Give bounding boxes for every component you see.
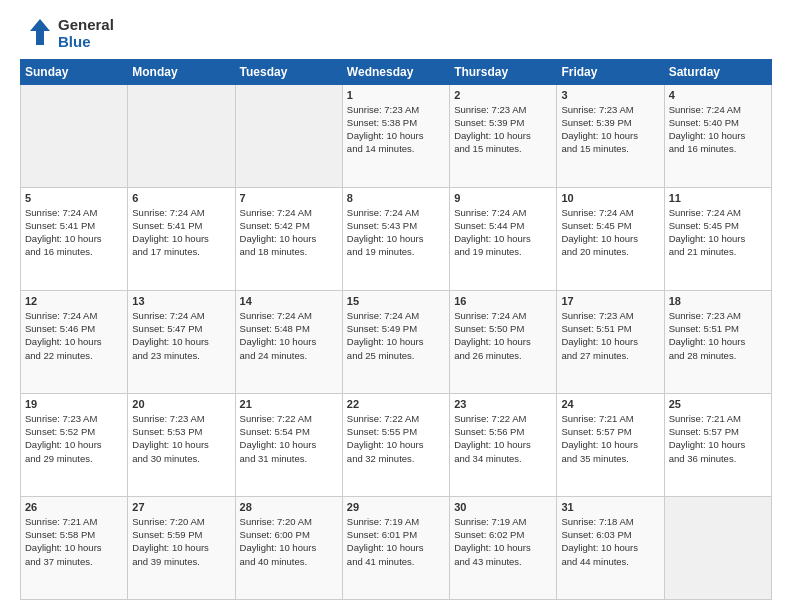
day-number: 18 (669, 295, 767, 307)
calendar-cell: 3Sunrise: 7:23 AMSunset: 5:39 PMDaylight… (557, 84, 664, 187)
day-info: Sunrise: 7:22 AMSunset: 5:55 PMDaylight:… (347, 412, 445, 465)
weekday-header: Sunday (21, 59, 128, 84)
day-number: 19 (25, 398, 123, 410)
calendar-cell: 10Sunrise: 7:24 AMSunset: 5:45 PMDayligh… (557, 187, 664, 290)
weekday-header: Thursday (450, 59, 557, 84)
calendar-cell: 22Sunrise: 7:22 AMSunset: 5:55 PMDayligh… (342, 393, 449, 496)
day-info: Sunrise: 7:24 AMSunset: 5:46 PMDaylight:… (25, 309, 123, 362)
day-info: Sunrise: 7:23 AMSunset: 5:51 PMDaylight:… (561, 309, 659, 362)
day-number: 23 (454, 398, 552, 410)
calendar-cell (664, 496, 771, 599)
calendar-cell: 25Sunrise: 7:21 AMSunset: 5:57 PMDayligh… (664, 393, 771, 496)
calendar-cell: 26Sunrise: 7:21 AMSunset: 5:58 PMDayligh… (21, 496, 128, 599)
day-info: Sunrise: 7:20 AMSunset: 6:00 PMDaylight:… (240, 515, 338, 568)
calendar-cell: 11Sunrise: 7:24 AMSunset: 5:45 PMDayligh… (664, 187, 771, 290)
calendar-cell: 21Sunrise: 7:22 AMSunset: 5:54 PMDayligh… (235, 393, 342, 496)
day-info: Sunrise: 7:24 AMSunset: 5:49 PMDaylight:… (347, 309, 445, 362)
day-info: Sunrise: 7:24 AMSunset: 5:50 PMDaylight:… (454, 309, 552, 362)
day-info: Sunrise: 7:24 AMSunset: 5:41 PMDaylight:… (25, 206, 123, 259)
calendar-cell: 19Sunrise: 7:23 AMSunset: 5:52 PMDayligh… (21, 393, 128, 496)
calendar-cell: 4Sunrise: 7:24 AMSunset: 5:40 PMDaylight… (664, 84, 771, 187)
day-info: Sunrise: 7:24 AMSunset: 5:42 PMDaylight:… (240, 206, 338, 259)
calendar-cell: 28Sunrise: 7:20 AMSunset: 6:00 PMDayligh… (235, 496, 342, 599)
day-number: 8 (347, 192, 445, 204)
day-info: Sunrise: 7:24 AMSunset: 5:47 PMDaylight:… (132, 309, 230, 362)
day-number: 21 (240, 398, 338, 410)
calendar-cell: 30Sunrise: 7:19 AMSunset: 6:02 PMDayligh… (450, 496, 557, 599)
calendar-cell: 12Sunrise: 7:24 AMSunset: 5:46 PMDayligh… (21, 290, 128, 393)
calendar-cell: 29Sunrise: 7:19 AMSunset: 6:01 PMDayligh… (342, 496, 449, 599)
day-number: 7 (240, 192, 338, 204)
day-info: Sunrise: 7:24 AMSunset: 5:40 PMDaylight:… (669, 103, 767, 156)
calendar-cell (235, 84, 342, 187)
day-number: 31 (561, 501, 659, 513)
day-number: 22 (347, 398, 445, 410)
day-number: 16 (454, 295, 552, 307)
calendar-cell: 9Sunrise: 7:24 AMSunset: 5:44 PMDaylight… (450, 187, 557, 290)
day-number: 27 (132, 501, 230, 513)
day-info: Sunrise: 7:20 AMSunset: 5:59 PMDaylight:… (132, 515, 230, 568)
day-info: Sunrise: 7:21 AMSunset: 5:57 PMDaylight:… (669, 412, 767, 465)
day-info: Sunrise: 7:19 AMSunset: 6:02 PMDaylight:… (454, 515, 552, 568)
day-info: Sunrise: 7:21 AMSunset: 5:58 PMDaylight:… (25, 515, 123, 568)
logo-line1: General (58, 16, 114, 33)
day-number: 1 (347, 89, 445, 101)
calendar-cell (128, 84, 235, 187)
day-number: 5 (25, 192, 123, 204)
day-info: Sunrise: 7:24 AMSunset: 5:44 PMDaylight:… (454, 206, 552, 259)
calendar-cell: 20Sunrise: 7:23 AMSunset: 5:53 PMDayligh… (128, 393, 235, 496)
calendar-cell: 16Sunrise: 7:24 AMSunset: 5:50 PMDayligh… (450, 290, 557, 393)
day-info: Sunrise: 7:18 AMSunset: 6:03 PMDaylight:… (561, 515, 659, 568)
day-number: 13 (132, 295, 230, 307)
day-number: 14 (240, 295, 338, 307)
day-number: 2 (454, 89, 552, 101)
day-info: Sunrise: 7:21 AMSunset: 5:57 PMDaylight:… (561, 412, 659, 465)
calendar-cell: 1Sunrise: 7:23 AMSunset: 5:38 PMDaylight… (342, 84, 449, 187)
calendar-cell: 23Sunrise: 7:22 AMSunset: 5:56 PMDayligh… (450, 393, 557, 496)
weekday-header: Friday (557, 59, 664, 84)
day-info: Sunrise: 7:24 AMSunset: 5:45 PMDaylight:… (669, 206, 767, 259)
calendar-cell: 27Sunrise: 7:20 AMSunset: 5:59 PMDayligh… (128, 496, 235, 599)
day-number: 29 (347, 501, 445, 513)
svg-marker-1 (30, 19, 50, 45)
day-info: Sunrise: 7:24 AMSunset: 5:45 PMDaylight:… (561, 206, 659, 259)
calendar-cell: 24Sunrise: 7:21 AMSunset: 5:57 PMDayligh… (557, 393, 664, 496)
calendar-cell: 13Sunrise: 7:24 AMSunset: 5:47 PMDayligh… (128, 290, 235, 393)
weekday-header: Wednesday (342, 59, 449, 84)
day-number: 9 (454, 192, 552, 204)
day-number: 20 (132, 398, 230, 410)
day-number: 6 (132, 192, 230, 204)
day-number: 10 (561, 192, 659, 204)
day-info: Sunrise: 7:24 AMSunset: 5:41 PMDaylight:… (132, 206, 230, 259)
day-number: 4 (669, 89, 767, 101)
day-number: 11 (669, 192, 767, 204)
calendar-table: SundayMondayTuesdayWednesdayThursdayFrid… (20, 59, 772, 601)
day-number: 17 (561, 295, 659, 307)
day-number: 28 (240, 501, 338, 513)
logo-line2: Blue (58, 33, 114, 50)
calendar-cell: 8Sunrise: 7:24 AMSunset: 5:43 PMDaylight… (342, 187, 449, 290)
day-info: Sunrise: 7:24 AMSunset: 5:48 PMDaylight:… (240, 309, 338, 362)
day-number: 3 (561, 89, 659, 101)
day-info: Sunrise: 7:23 AMSunset: 5:39 PMDaylight:… (561, 103, 659, 156)
day-info: Sunrise: 7:23 AMSunset: 5:51 PMDaylight:… (669, 309, 767, 362)
calendar-cell (21, 84, 128, 187)
logo: General Blue (20, 16, 114, 51)
day-info: Sunrise: 7:24 AMSunset: 5:43 PMDaylight:… (347, 206, 445, 259)
calendar-cell: 2Sunrise: 7:23 AMSunset: 5:39 PMDaylight… (450, 84, 557, 187)
day-number: 25 (669, 398, 767, 410)
day-info: Sunrise: 7:23 AMSunset: 5:52 PMDaylight:… (25, 412, 123, 465)
weekday-header: Saturday (664, 59, 771, 84)
logo-icon (20, 17, 52, 49)
day-info: Sunrise: 7:23 AMSunset: 5:39 PMDaylight:… (454, 103, 552, 156)
calendar-cell: 14Sunrise: 7:24 AMSunset: 5:48 PMDayligh… (235, 290, 342, 393)
weekday-header: Monday (128, 59, 235, 84)
day-number: 24 (561, 398, 659, 410)
calendar-cell: 15Sunrise: 7:24 AMSunset: 5:49 PMDayligh… (342, 290, 449, 393)
day-info: Sunrise: 7:23 AMSunset: 5:53 PMDaylight:… (132, 412, 230, 465)
day-number: 30 (454, 501, 552, 513)
day-info: Sunrise: 7:22 AMSunset: 5:56 PMDaylight:… (454, 412, 552, 465)
calendar-cell: 18Sunrise: 7:23 AMSunset: 5:51 PMDayligh… (664, 290, 771, 393)
day-number: 26 (25, 501, 123, 513)
page: General Blue SundayMondayTuesdayWednesda… (0, 0, 792, 612)
